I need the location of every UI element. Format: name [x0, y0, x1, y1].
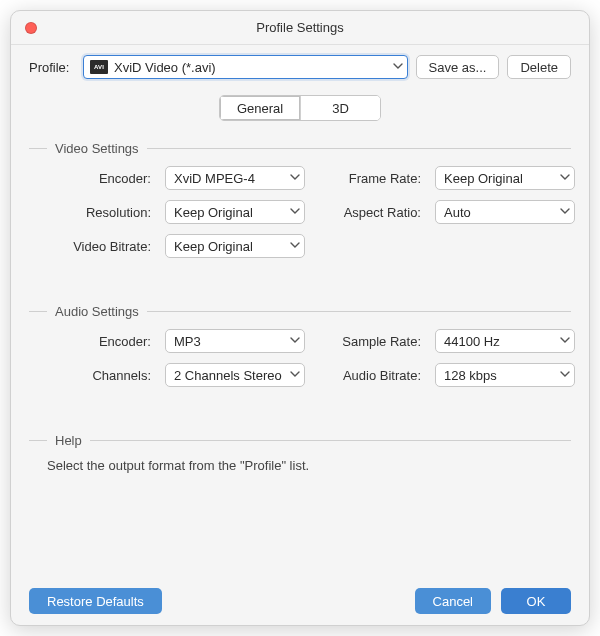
video-encoder-label: Encoder: [35, 171, 155, 186]
chevron-down-icon [560, 337, 568, 345]
restore-defaults-button[interactable]: Restore Defaults [29, 588, 162, 614]
resolution-label: Resolution: [35, 205, 155, 220]
audio-settings-group: Audio Settings Encoder: MP3 Sample Rate:… [29, 300, 571, 387]
titlebar: Profile Settings [11, 11, 589, 45]
audio-bitrate-select[interactable]: 128 kbps [435, 363, 575, 387]
window-title: Profile Settings [256, 20, 343, 35]
profile-settings-window: Profile Settings Profile: AVI XviD Video… [10, 10, 590, 626]
help-text: Select the output format from the "Profi… [47, 458, 571, 473]
profile-value: XviD Video (*.avi) [114, 60, 387, 75]
footer: Restore Defaults Cancel OK [11, 577, 589, 625]
channels-label: Channels: [35, 368, 155, 383]
tab-general[interactable]: General [220, 96, 300, 120]
help-label: Help [55, 433, 82, 448]
profile-label: Profile: [29, 60, 75, 75]
audio-settings-header: Audio Settings [29, 304, 571, 319]
tab-segment: General 3D [219, 95, 381, 121]
close-window-icon[interactable] [25, 22, 37, 34]
sample-rate-select[interactable]: 44100 Hz [435, 329, 575, 353]
tabs: General 3D [29, 95, 571, 121]
video-settings-label: Video Settings [55, 141, 139, 156]
ok-button[interactable]: OK [501, 588, 571, 614]
help-header: Help [29, 433, 571, 448]
chevron-down-icon [290, 371, 298, 379]
content-area: Profile: AVI XviD Video (*.avi) Save as.… [11, 45, 589, 577]
aspect-ratio-select[interactable]: Auto [435, 200, 575, 224]
cancel-button[interactable]: Cancel [415, 588, 491, 614]
frame-rate-select[interactable]: Keep Original [435, 166, 575, 190]
tab-3d[interactable]: 3D [300, 96, 380, 120]
video-settings-group: Video Settings Encoder: XviD MPEG-4 Fram… [29, 137, 571, 258]
chevron-down-icon [560, 174, 568, 182]
profile-select[interactable]: AVI XviD Video (*.avi) [83, 55, 408, 79]
video-encoder-select[interactable]: XviD MPEG-4 [165, 166, 305, 190]
sample-rate-label: Sample Rate: [315, 334, 425, 349]
audio-settings-label: Audio Settings [55, 304, 139, 319]
chevron-down-icon [560, 371, 568, 379]
chevron-down-icon [290, 174, 298, 182]
channels-select[interactable]: 2 Channels Stereo [165, 363, 305, 387]
chevron-down-icon [290, 208, 298, 216]
chevron-down-icon [560, 208, 568, 216]
help-group: Help Select the output format from the "… [29, 429, 571, 473]
chevron-down-icon [290, 242, 298, 250]
audio-encoder-select[interactable]: MP3 [165, 329, 305, 353]
avi-file-icon: AVI [90, 60, 108, 74]
video-settings-header: Video Settings [29, 141, 571, 156]
chevron-down-icon [290, 337, 298, 345]
audio-encoder-label: Encoder: [35, 334, 155, 349]
resolution-select[interactable]: Keep Original [165, 200, 305, 224]
delete-button[interactable]: Delete [507, 55, 571, 79]
chevron-down-icon [393, 63, 401, 71]
save-as-button[interactable]: Save as... [416, 55, 500, 79]
audio-bitrate-label: Audio Bitrate: [315, 368, 425, 383]
video-bitrate-select[interactable]: Keep Original [165, 234, 305, 258]
aspect-ratio-label: Aspect Ratio: [315, 205, 425, 220]
frame-rate-label: Frame Rate: [315, 171, 425, 186]
video-bitrate-label: Video Bitrate: [35, 239, 155, 254]
profile-row: Profile: AVI XviD Video (*.avi) Save as.… [29, 55, 571, 79]
